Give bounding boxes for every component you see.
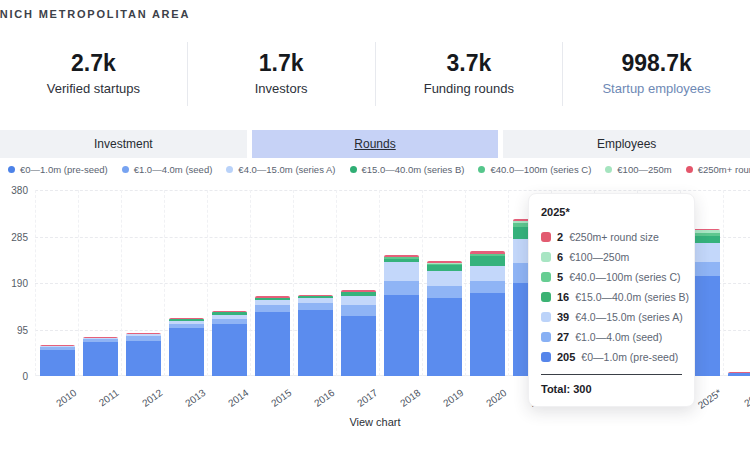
stat-value: 998.7k bbox=[621, 52, 691, 75]
stacked-bar-2026[interactable] bbox=[728, 372, 750, 376]
tooltip-value: 6 bbox=[557, 251, 563, 263]
tooltip-value: 39 bbox=[557, 311, 569, 323]
x-tick-2014: 2014 bbox=[226, 387, 251, 409]
x-slot: 2017 bbox=[336, 382, 379, 406]
x-slot: 2010 bbox=[35, 382, 78, 406]
x-slot: 2026 bbox=[723, 382, 750, 406]
stacked-bar-2015[interactable] bbox=[255, 296, 290, 376]
stat-label[interactable]: Startup employees bbox=[602, 81, 710, 96]
bar-segment bbox=[427, 271, 462, 286]
bar-slot-2016 bbox=[293, 190, 336, 376]
stat-label: Funding rounds bbox=[424, 81, 514, 96]
legend-item-1[interactable]: €1.0—4.0m (seed) bbox=[122, 164, 213, 175]
stat-card-2: 1.7kInvestors bbox=[187, 42, 375, 106]
x-tick-2019: 2019 bbox=[441, 387, 466, 409]
tooltip-label: €15.0—40.0m (series B) bbox=[575, 291, 689, 303]
bar-segment bbox=[384, 295, 419, 376]
tooltip-chip-icon bbox=[541, 272, 551, 282]
stat-card-4[interactable]: 998.7kStartup employees bbox=[562, 42, 750, 106]
tooltip-row: 39€4.0—15.0m (series A) bbox=[541, 307, 682, 327]
legend-item-0[interactable]: €0—1.0m (pre-seed) bbox=[8, 164, 108, 175]
bar-slot-2011 bbox=[78, 190, 121, 376]
legend-item-6[interactable]: €250m+ round size bbox=[686, 164, 750, 175]
x-slot: 2014 bbox=[207, 382, 250, 406]
legend-item-3[interactable]: €15.0—40.0m (series B) bbox=[350, 164, 465, 175]
bar-segment bbox=[728, 373, 750, 376]
y-tick-380: 380 bbox=[11, 185, 28, 196]
tooltip-chip-icon bbox=[541, 292, 551, 302]
y-tick-95: 95 bbox=[17, 324, 28, 335]
tooltip-row: 2€250m+ round size bbox=[541, 227, 682, 247]
legend-label: €4.0—15.0m (series A) bbox=[238, 164, 335, 175]
tab-bar: InvestmentRoundsEmployees bbox=[0, 130, 750, 158]
x-slot: 2011 bbox=[78, 382, 121, 406]
stat-label: Verified startups bbox=[47, 81, 140, 96]
stat-value: 1.7k bbox=[259, 52, 304, 75]
x-tick-2011: 2011 bbox=[97, 387, 121, 408]
legend-dot-icon bbox=[122, 166, 129, 173]
bar-segment bbox=[40, 350, 75, 376]
tooltip-title: 2025* bbox=[541, 206, 682, 218]
bar-segment bbox=[255, 312, 290, 376]
bar-slot-2020 bbox=[465, 190, 508, 376]
x-slot: 2018 bbox=[379, 382, 422, 406]
bar-slot-2019 bbox=[422, 190, 465, 376]
y-tick-0: 0 bbox=[22, 371, 28, 382]
stacked-bar-2018[interactable] bbox=[384, 255, 419, 376]
x-tick-2010: 2010 bbox=[54, 387, 79, 409]
tooltip-value: 27 bbox=[557, 331, 569, 343]
stacked-bar-2014[interactable] bbox=[212, 311, 247, 376]
bar-segment bbox=[298, 310, 333, 376]
stacked-bar-2020[interactable] bbox=[470, 251, 505, 376]
legend-dot-icon bbox=[605, 166, 612, 173]
bar-slot-2012 bbox=[121, 190, 164, 376]
x-tick-2016: 2016 bbox=[312, 387, 337, 409]
tooltip-chip-icon bbox=[541, 352, 551, 362]
bar-segment bbox=[255, 305, 290, 312]
x-slot: 2020 bbox=[465, 382, 508, 406]
tooltip-label: €250m+ round size bbox=[569, 231, 659, 243]
x-tick-2020: 2020 bbox=[484, 387, 509, 409]
bar-segment bbox=[341, 296, 376, 304]
tooltip-label: €1.0—4.0m (seed) bbox=[575, 331, 662, 343]
stacked-bar-2012[interactable] bbox=[126, 333, 161, 376]
x-slot: 2019 bbox=[422, 382, 465, 406]
legend-dot-icon bbox=[350, 166, 357, 173]
tab-label: Employees bbox=[597, 137, 656, 151]
legend-label: €0—1.0m (pre-seed) bbox=[20, 164, 108, 175]
tab-label: Investment bbox=[94, 137, 153, 151]
tooltip-value: 2 bbox=[557, 231, 563, 243]
x-tick-2026: 2026 bbox=[742, 387, 750, 409]
y-tick-285: 285 bbox=[11, 231, 28, 242]
stacked-bar-2010[interactable] bbox=[40, 345, 75, 376]
stat-value: 2.7k bbox=[71, 52, 116, 75]
view-chart-link[interactable]: View chart bbox=[0, 416, 750, 428]
x-tick-2017: 2017 bbox=[355, 387, 380, 409]
legend-item-4[interactable]: €40.0—100m (series C) bbox=[478, 164, 591, 175]
tab-employees[interactable]: Employees bbox=[503, 130, 750, 158]
page-title: MUNICH METROPOLITAN AREA bbox=[0, 8, 190, 20]
stacked-bar-2016[interactable] bbox=[298, 295, 333, 376]
bar-segment bbox=[427, 298, 462, 376]
tab-investment[interactable]: Investment bbox=[0, 130, 247, 158]
stacked-bar-2019[interactable] bbox=[427, 261, 462, 376]
tooltip-chip-icon bbox=[541, 252, 551, 262]
legend-dot-icon bbox=[8, 166, 15, 173]
bar-segment bbox=[341, 305, 376, 316]
stacked-bar-2017[interactable] bbox=[341, 290, 376, 376]
bar-segment bbox=[470, 281, 505, 293]
legend-item-2[interactable]: €4.0—15.0m (series A) bbox=[226, 164, 335, 175]
legend-label: €15.0—40.0m (series B) bbox=[362, 164, 465, 175]
stacked-bar-2013[interactable] bbox=[169, 318, 204, 376]
bar-slot-2013 bbox=[164, 190, 207, 376]
tooltip-label: €100—250m bbox=[569, 251, 629, 263]
legend-item-5[interactable]: €100—250m bbox=[605, 164, 671, 175]
tab-rounds[interactable]: Rounds bbox=[252, 130, 499, 158]
bar-segment bbox=[427, 286, 462, 297]
tab-label: Rounds bbox=[354, 137, 395, 151]
x-slot: 2013 bbox=[164, 382, 207, 406]
x-slot: 2015 bbox=[250, 382, 293, 406]
bar-segment bbox=[470, 256, 505, 266]
stacked-bar-2011[interactable] bbox=[83, 337, 118, 376]
tooltip-chip-icon bbox=[541, 332, 551, 342]
